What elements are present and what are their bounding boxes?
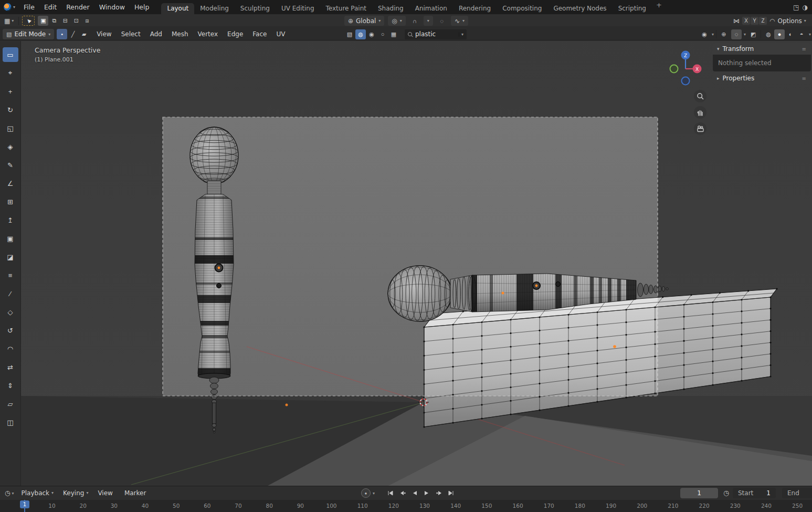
timeline-view-menu[interactable]: View [93, 486, 119, 500]
tab-uv-editing[interactable]: UV Editing [276, 3, 320, 14]
playhead[interactable]: 1 [20, 500, 29, 512]
shading-material-preview[interactable]: ◐ [785, 29, 796, 39]
tool-cursor[interactable]: ⌖ [3, 66, 18, 80]
play-reverse-button[interactable] [409, 488, 420, 498]
timeline-marker-menu[interactable]: Marker [120, 486, 153, 500]
menu-select[interactable]: Select [117, 28, 145, 40]
tool-spin[interactable]: ↺ [3, 323, 18, 338]
pan-hand-button[interactable] [694, 106, 706, 119]
next-keyframe-button[interactable] [434, 488, 444, 498]
overlays-toggle-button[interactable]: ◌ [731, 29, 742, 39]
menu-edge[interactable]: Edge [223, 28, 248, 40]
toggle-shadow-sphere[interactable]: ◉ [366, 29, 377, 39]
zoom-button[interactable] [694, 90, 706, 102]
face-select-button[interactable]: ▰ [79, 29, 89, 39]
mode-dropdown[interactable]: ▧ Edit Mode ▾ [3, 29, 54, 39]
use-preview-range-icon[interactable]: ◷ [723, 489, 729, 497]
current-frame-field[interactable]: 1 [680, 488, 718, 498]
jump-to-end-button[interactable] [446, 488, 456, 498]
tool-bevel[interactable]: ◪ [3, 249, 18, 264]
menu-edit[interactable]: Edit [39, 0, 61, 14]
tool-scale[interactable]: ◱ [3, 121, 18, 135]
select-mode-subtract[interactable]: ⊟ [60, 16, 70, 26]
gizmo-y-axis[interactable] [670, 65, 678, 73]
frame-end-field[interactable]: End 250 [782, 488, 812, 498]
tool-rip-region[interactable]: ◫ [3, 415, 18, 430]
pivot-point-dropdown[interactable]: ◎ ▾ [388, 16, 406, 26]
menu-view[interactable]: View [92, 28, 116, 40]
tool-add-cube[interactable]: ⊞ [3, 194, 18, 209]
menu-face[interactable]: Face [248, 28, 271, 40]
mirror-y-toggle[interactable]: Y [751, 17, 758, 25]
tool-move[interactable]: + [3, 84, 18, 99]
menu-mesh[interactable]: Mesh [167, 28, 193, 40]
tool-shrink-fatten[interactable]: ⇕ [3, 378, 18, 393]
falloff-dropdown[interactable]: ∿ ▾ [451, 16, 468, 26]
transform-orientation-dropdown[interactable]: ⊕ Global ▾ [344, 16, 384, 26]
options-dropdown[interactable]: Options ▾ [777, 17, 806, 25]
tab-geometry-nodes[interactable]: Geometry Nodes [547, 3, 612, 14]
toggle-retopology[interactable]: ▦ [388, 29, 399, 39]
shading-rendered[interactable]: ◓ [796, 29, 807, 39]
tool-knife[interactable]: ∕ [3, 286, 18, 301]
view-layer-icon[interactable]: ◑ [802, 4, 807, 11]
jump-to-start-button[interactable] [385, 488, 396, 498]
gizmo-minus-z-axis[interactable] [682, 77, 690, 85]
timeline-editor-type-button[interactable]: ◷ ▾ [2, 489, 17, 497]
tab-compositing[interactable]: Compositing [497, 3, 547, 14]
tab-modeling[interactable]: Modeling [194, 3, 235, 14]
timeline-keying-menu[interactable]: Keying▾ [58, 486, 93, 500]
edge-select-button[interactable]: ╱ [68, 29, 78, 39]
add-workspace-button[interactable]: + [652, 0, 666, 11]
tool-select-box[interactable]: ▭ [3, 47, 18, 62]
select-mode-set[interactable]: ▣ [38, 16, 48, 26]
timeline-ruler[interactable]: 1 10203040506070809010011012013014015016… [0, 500, 812, 512]
tool-edge-slide[interactable]: ⇄ [3, 360, 18, 374]
editor-type-button[interactable]: ▦ ▾ [3, 17, 15, 25]
tool-measure[interactable]: ∠ [3, 176, 18, 191]
menu-add[interactable]: Add [145, 28, 167, 40]
tab-rendering[interactable]: Rendering [453, 3, 497, 14]
tab-scripting[interactable]: Scripting [613, 3, 652, 14]
timeline-playback-menu[interactable]: Playback▾ [17, 486, 59, 500]
transform-panel-header[interactable]: ▾ Transform ≡ [713, 43, 811, 55]
menu-help[interactable]: Help [130, 0, 154, 14]
tool-shear[interactable]: ▱ [3, 396, 18, 411]
tool-extrude-region[interactable]: ↥ [3, 213, 18, 227]
select-mode-invert[interactable]: ⊡ [71, 16, 81, 26]
properties-panel-header[interactable]: ▸ Properties ≡ [713, 72, 811, 84]
mirror-x-toggle[interactable]: X [742, 17, 750, 25]
tool-loop-cut[interactable]: ≡ [3, 268, 18, 283]
tool-smooth[interactable]: ◠ [3, 341, 18, 356]
tool-inset-faces[interactable]: ▣ [3, 231, 18, 246]
frame-start-field[interactable]: Start 1 [733, 488, 776, 498]
tab-sculpting[interactable]: Sculpting [235, 3, 276, 14]
shading-wireframe[interactable]: ◍ [763, 29, 774, 39]
navigation-gizmo[interactable]: Z X [667, 49, 704, 86]
visibility-eye-button[interactable]: ◉ [699, 29, 710, 39]
active-tool-indicator[interactable]: ▶ [22, 16, 35, 26]
viewport-canvas[interactable] [21, 41, 812, 486]
vertex-select-button[interactable]: • [57, 29, 67, 39]
tool-transform[interactable]: ◈ [3, 139, 18, 154]
select-mode-extend[interactable]: ⧉ [49, 16, 59, 26]
search-dropdown-icon[interactable]: ▾ [459, 32, 463, 37]
scene-icon[interactable]: ◳ [793, 4, 799, 11]
select-mode-intersect[interactable]: ⧈ [82, 16, 92, 26]
panel-grip-icon[interactable]: ≡ [802, 46, 807, 52]
menu-uv[interactable]: UV [271, 28, 290, 40]
xray-toggle-button[interactable]: ◩ [748, 29, 758, 39]
tab-animation[interactable]: Animation [409, 3, 453, 14]
mirror-z-toggle[interactable]: Z [759, 17, 767, 25]
snap-toggle-button[interactable]: ∩ [409, 16, 420, 26]
gizmo-toggle-button[interactable]: ⊕ [719, 29, 729, 39]
previous-keyframe-button[interactable] [397, 488, 408, 498]
tab-shading[interactable]: Shading [372, 3, 409, 14]
tab-layout[interactable]: Layout [161, 3, 194, 14]
camera-view-button[interactable] [694, 122, 706, 135]
proportional-edit-button[interactable]: ◌ [437, 16, 447, 26]
snap-settings-dropdown[interactable]: ▾ [424, 16, 433, 26]
search-input[interactable] [415, 30, 456, 38]
tool-annotate[interactable]: ✎ [3, 158, 18, 172]
menu-window[interactable]: Window [94, 0, 130, 14]
